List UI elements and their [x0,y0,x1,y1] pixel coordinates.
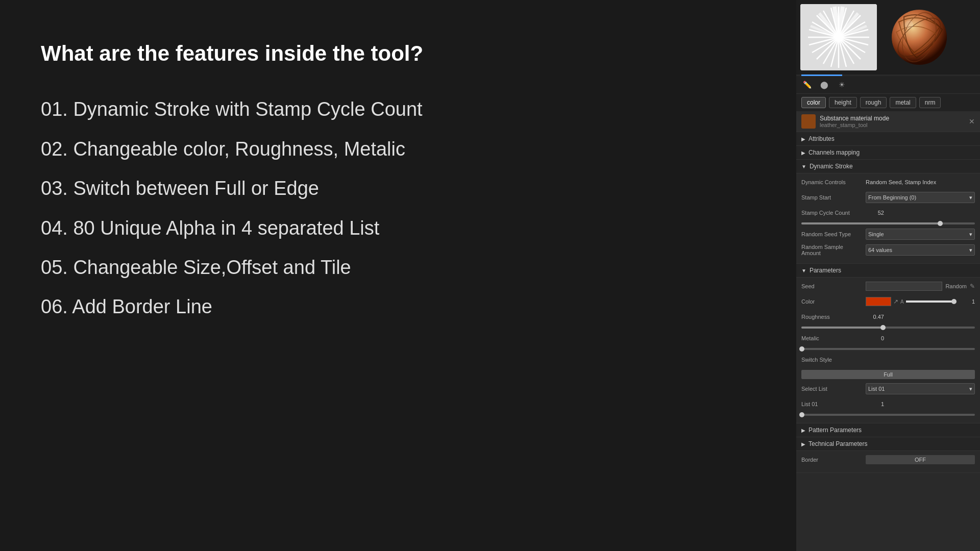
metalic-slider-thumb[interactable] [799,346,804,352]
border-off-button[interactable]: OFF [866,455,975,464]
color-alpha-slider[interactable] [906,300,954,303]
roughness-slider-thumb[interactable] [880,325,886,330]
stamp-start-label: Stamp Start [801,194,863,201]
right-panel: ✏️ ⬤ ☀ color height rough metal nrm Subs… [796,0,980,551]
random-seed-type-row: Random Seed Type Single ▾ [801,229,975,240]
technical-parameters-arrow: ▶ [801,441,805,447]
stamp-start-dropdown[interactable]: From Beginning (0) ▾ [866,192,975,203]
feature-item-4: 04. 80 Unique Alpha in 4 separated List [41,216,500,241]
stamp-cycle-count-row: Stamp Cycle Count 52 [801,207,975,218]
random-sample-dropdown[interactable]: 64 values ▾ [866,244,975,256]
stamp-cycle-slider-thumb[interactable] [938,221,943,226]
seed-bar[interactable] [866,282,942,291]
tab-icon-sun[interactable]: ☀ [836,79,847,90]
list01-slider-track[interactable] [801,414,975,416]
stamp-start-row: Stamp Start From Beginning (0) ▾ [801,192,975,203]
headline: What are the features inside the tool? [41,41,500,66]
sphere-preview [889,7,950,68]
feature-item-3: 03. Switch between Full or Edge [41,176,500,201]
select-list-dropdown[interactable]: List 01 ▾ [866,383,975,394]
roughness-value: 0.47 [866,314,884,320]
border-row: Border OFF [801,454,975,465]
stamp-cycle-count-value: 52 [866,210,884,216]
dynamic-stroke-label: Dynamic Stroke [810,163,853,170]
list01-value: 1 [866,401,884,407]
pattern-parameters-header[interactable]: ▶ Pattern Parameters [796,423,980,437]
random-sample-arrow: ▾ [969,247,972,254]
color-alpha-value: 1 [957,298,975,305]
metalic-slider-row[interactable] [801,348,975,354]
attributes-section-header[interactable]: ▶ Attributes [796,132,980,146]
feature-item-2: 02. Changeable color, Roughness, Metalic [41,137,500,162]
select-list-label: Select List [801,386,863,392]
tab-icon-circle[interactable]: ⬤ [819,79,830,90]
metalic-label: Metalic [801,335,863,341]
border-content: Border OFF [796,451,980,473]
channel-tab-height[interactable]: height [829,97,857,108]
alpha-label: A [900,299,904,305]
material-name: leather_stamp_tool [820,122,965,128]
seed-edit-icon[interactable]: ✎ [970,283,975,290]
roughness-slider-fill [801,327,883,329]
switch-style-button[interactable]: Full [801,370,975,379]
list01-row: List 01 1 [801,398,975,410]
random-seed-type-value: Single [868,231,884,237]
stamp-cycle-slider-fill [801,222,940,224]
tab-icons-row: ✏️ ⬤ ☀ [796,76,980,94]
channel-tab-rough[interactable]: rough [860,97,887,108]
seed-random-label: Random [945,283,967,289]
list01-label: List 01 [801,401,863,407]
feature-item-1: 01. Dynamic Stroke with Stamp Cycle Coun… [41,97,500,122]
preview-thumb-sphere-container [881,4,958,70]
pattern-parameters-arrow: ▶ [801,428,805,433]
channels-mapping-label: Channels mapping [808,149,860,156]
roughness-slider-row[interactable] [801,327,975,333]
preview-row [796,0,980,74]
border-label: Border [801,457,863,463]
list01-slider-row[interactable] [801,414,975,420]
roughness-row: Roughness 0.47 [801,311,975,322]
list01-slider-thumb[interactable] [799,412,804,417]
color-alpha-thumb[interactable] [951,299,957,304]
color-value-row: ↗ A 1 [866,297,975,306]
metalic-value: 0 [866,335,884,341]
random-sample-value: 64 values [868,247,892,253]
metalic-row: Metalic 0 [801,333,975,344]
select-list-value: List 01 [868,386,885,392]
random-seed-type-label: Random Seed Type [801,231,863,237]
material-mode-title: Substance material mode [820,115,965,122]
material-info: Substance material mode leather_stamp_to… [820,115,965,128]
panel-body[interactable]: ▶ Attributes ▶ Channels mapping ▼ Dynami… [796,132,980,551]
random-seed-type-dropdown[interactable]: Single ▾ [866,229,975,240]
random-sample-row: Random Sample Amount 64 values ▾ [801,244,975,256]
channel-tab-metal[interactable]: metal [890,97,916,108]
channel-tabs: color height rough metal nrm [796,94,980,111]
parameters-section-header[interactable]: ▼ Parameters [796,264,980,278]
technical-parameters-header[interactable]: ▶ Technical Parameters [796,437,980,451]
pattern-parameters-label: Pattern Parameters [808,427,862,434]
roughness-slider-track[interactable] [801,327,975,329]
stamp-start-value: From Beginning (0) [868,194,916,201]
channel-tab-color[interactable]: color [801,97,826,108]
stamp-start-arrow: ▾ [969,194,972,201]
dynamic-stroke-header[interactable]: ▼ Dynamic Stroke [796,160,980,173]
metalic-slider-track[interactable] [801,348,975,350]
material-close-button[interactable]: ✕ [969,117,975,126]
color-swatch[interactable] [866,297,891,306]
tab-icon-pencil[interactable]: ✏️ [801,79,813,90]
stamp-cycle-slider-row[interactable] [801,222,975,229]
preview-thumb-burst[interactable] [800,4,877,70]
channel-tab-nrm[interactable]: nrm [919,97,941,108]
dynamic-controls-value: Random Seed, Stamp Index [866,179,975,185]
dynamic-stroke-content: Dynamic Controls Random Seed, Stamp Inde… [796,173,980,264]
stamp-cycle-slider-track[interactable] [801,222,975,224]
switch-style-button-row: Full [801,369,975,379]
select-list-arrow: ▾ [969,386,972,392]
select-list-row: Select List List 01 ▾ [801,383,975,394]
random-seed-type-arrow: ▾ [969,231,972,238]
material-icon [801,114,816,129]
channels-mapping-header[interactable]: ▶ Channels mapping [796,146,980,160]
seed-label: Seed [801,283,863,289]
attributes-arrow: ▶ [801,136,805,142]
feature-item-6: 06. Add Border Line [41,294,500,319]
